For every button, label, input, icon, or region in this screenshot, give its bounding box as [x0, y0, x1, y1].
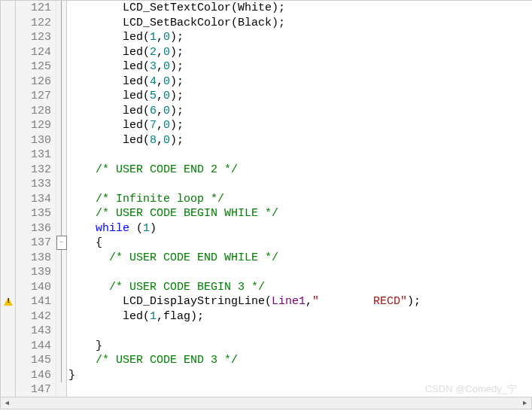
code-line[interactable]: [67, 382, 532, 397]
line-number-gutter: 1211221231241251261271281291301311321331…: [16, 1, 56, 397]
fold-guide: [56, 177, 67, 191]
code-line[interactable]: LCD_DisplayStringLine(Line1," RECD");: [67, 294, 532, 309]
line-number: 133: [16, 177, 51, 192]
fold-guide: [56, 74, 67, 88]
fold-guide: [56, 309, 67, 323]
line-number: 121: [16, 1, 51, 16]
line-number: 140: [16, 280, 51, 295]
code-line[interactable]: led(6,0);: [67, 104, 532, 119]
code-line[interactable]: }: [67, 339, 532, 354]
line-number: 143: [16, 324, 51, 339]
line-number: 122: [16, 16, 51, 31]
line-number: 147: [16, 382, 51, 397]
bookmark-slot: [1, 192, 15, 207]
code-line[interactable]: /* USER CODE BEGIN 3 */: [67, 280, 532, 295]
fold-guide: [56, 89, 67, 103]
line-number: 135: [16, 206, 51, 221]
fold-gutter[interactable]: −: [56, 1, 67, 397]
line-number: 146: [16, 368, 51, 383]
code-line[interactable]: led(7,0);: [67, 118, 532, 133]
scroll-right-button[interactable]: ►: [518, 397, 531, 409]
warning-icon: [1, 294, 15, 309]
code-area[interactable]: LCD_SetTextColor(White); LCD_SetBackColo…: [67, 1, 532, 397]
code-line[interactable]: led(1,flag);: [67, 309, 532, 324]
line-number: 134: [16, 192, 51, 207]
bookmark-gutter: [1, 1, 16, 397]
bookmark-slot: [1, 133, 15, 148]
bookmark-slot: [1, 148, 15, 163]
line-number: 132: [16, 163, 51, 178]
bookmark-slot: [1, 324, 15, 339]
line-number: 137: [16, 236, 51, 251]
bookmark-slot: [1, 118, 15, 133]
line-number: 142: [16, 309, 51, 324]
line-number: 145: [16, 353, 51, 368]
fold-guide: [56, 148, 67, 162]
fold-guide: [56, 338, 67, 352]
bookmark-slot: [1, 236, 15, 251]
code-line[interactable]: while (1): [67, 221, 532, 236]
code-line[interactable]: [67, 265, 532, 280]
code-line[interactable]: led(8,0);: [67, 133, 532, 148]
bookmark-slot: [1, 163, 15, 178]
bookmark-slot: [1, 339, 15, 354]
code-editor[interactable]: 1211221231241251261271281291301311321331…: [0, 0, 532, 397]
scroll-track[interactable]: [14, 397, 518, 409]
code-line[interactable]: [67, 177, 532, 192]
fold-guide: [56, 15, 67, 29]
scroll-left-button[interactable]: ◄: [1, 397, 14, 409]
code-line[interactable]: {: [67, 236, 532, 251]
code-line[interactable]: /* USER CODE END 2 */: [67, 163, 532, 178]
bookmark-slot: [1, 89, 15, 104]
line-number: 127: [16, 89, 51, 104]
fold-guide: [56, 132, 67, 147]
code-line[interactable]: /* USER CODE BEGIN WHILE */: [67, 206, 532, 221]
line-number: 123: [16, 30, 51, 45]
fold-guide: [56, 206, 67, 221]
fold-guide: [56, 294, 67, 309]
fold-empty: [56, 382, 67, 397]
code-line[interactable]: LCD_SetTextColor(White);: [67, 1, 532, 16]
code-line[interactable]: /* USER CODE END 3 */: [67, 353, 532, 368]
code-line[interactable]: led(3,0);: [67, 59, 532, 75]
code-line[interactable]: /* Infinite loop */: [67, 192, 532, 207]
fold-guide: [56, 353, 67, 367]
code-line[interactable]: [67, 324, 532, 339]
line-number: 126: [16, 75, 51, 90]
fold-guide: [56, 59, 67, 74]
fold-guide: [56, 367, 67, 382]
line-number: 129: [16, 118, 51, 133]
fold-collapse-button[interactable]: −: [56, 236, 67, 251]
fold-guide: [56, 162, 67, 176]
code-line[interactable]: LCD_SetBackColor(Black);: [67, 16, 532, 31]
line-number: 138: [16, 251, 51, 266]
fold-guide: [56, 44, 67, 59]
bookmark-slot: [1, 265, 15, 280]
fold-guide: [56, 265, 67, 279]
code-line[interactable]: }: [67, 368, 532, 383]
code-line[interactable]: [67, 148, 532, 163]
line-number: 131: [16, 148, 51, 163]
line-number: 136: [16, 221, 51, 236]
line-number: 144: [16, 339, 51, 354]
fold-guide: [56, 30, 67, 44]
fold-guide: [56, 324, 67, 338]
fold-guide: [56, 250, 67, 264]
code-line[interactable]: led(1,0);: [67, 30, 532, 45]
code-line[interactable]: led(4,0);: [67, 75, 532, 90]
horizontal-scrollbar[interactable]: ◄ ►: [0, 397, 532, 409]
line-number: 125: [16, 59, 51, 75]
line-number: 124: [16, 45, 51, 60]
bookmark-slot: [1, 206, 15, 221]
bookmark-slot: [1, 30, 15, 45]
bookmark-slot: [1, 221, 15, 236]
code-line[interactable]: led(5,0);: [67, 89, 532, 104]
fold-guide: [56, 191, 67, 206]
fold-guide: [56, 221, 67, 235]
bookmark-slot: [1, 251, 15, 266]
bookmark-slot: [1, 104, 15, 119]
bookmark-slot: [1, 309, 15, 324]
code-line[interactable]: led(2,0);: [67, 45, 532, 60]
fold-guide: [56, 279, 67, 294]
code-line[interactable]: /* USER CODE END WHILE */: [67, 251, 532, 266]
